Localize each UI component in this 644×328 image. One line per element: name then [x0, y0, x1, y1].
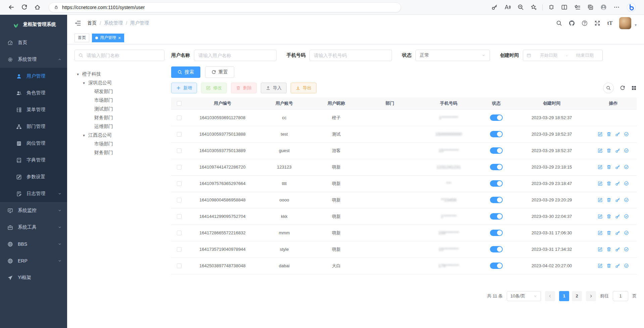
assign-role-icon[interactable]	[624, 165, 629, 170]
tab-close-icon[interactable]: ×	[118, 36, 121, 40]
tree-node[interactable]: 市场部门	[75, 96, 164, 105]
sidebar-item-system-tools[interactable]: 系统工具	[0, 219, 67, 236]
tree-expand-caret[interactable]: ▾	[81, 81, 87, 85]
delete-icon[interactable]	[606, 165, 611, 170]
import-button[interactable]: 导入	[261, 83, 287, 93]
assign-role-icon[interactable]	[624, 263, 629, 268]
status-toggle[interactable]	[490, 164, 503, 170]
edit-icon[interactable]	[598, 181, 603, 186]
browser-home-icon[interactable]	[34, 4, 41, 10]
browser-refresh-icon[interactable]	[21, 4, 28, 10]
edit-icon[interactable]	[598, 263, 603, 268]
status-toggle[interactable]	[490, 180, 503, 187]
edit-icon[interactable]	[598, 230, 603, 235]
address-bar[interactable]: https://ccnetcore.com:1101/system/user	[49, 2, 401, 12]
browser-back-icon[interactable]	[8, 4, 14, 10]
reset-password-icon[interactable]	[615, 181, 620, 186]
reset-password-icon[interactable]	[615, 165, 620, 170]
goto-page-input[interactable]	[613, 291, 628, 301]
fullscreen-icon[interactable]	[594, 20, 600, 26]
github-icon[interactable]	[569, 20, 575, 26]
tree-node[interactable]: 市场部门	[75, 140, 164, 148]
reset-password-icon[interactable]	[615, 247, 620, 252]
sidebar-item-log-management[interactable]: 日志管理	[0, 185, 67, 202]
date-range-picker[interactable]: 开始日期 - 结束日期	[523, 50, 603, 61]
status-toggle[interactable]	[490, 230, 503, 236]
help-icon[interactable]	[582, 20, 588, 26]
favorites-icon[interactable]	[574, 4, 581, 10]
delete-icon[interactable]	[606, 214, 611, 219]
row-checkbox[interactable]	[177, 198, 182, 202]
delete-icon[interactable]	[606, 181, 611, 186]
delete-icon[interactable]	[606, 197, 611, 202]
sidebar-item-post-management[interactable]: 岗位管理	[0, 135, 67, 152]
username-input[interactable]	[194, 50, 277, 61]
sidebar-collapse-icon[interactable]	[75, 20, 81, 27]
page-button-1[interactable]: 1	[559, 291, 569, 301]
row-checkbox[interactable]	[177, 231, 182, 235]
delete-icon[interactable]	[606, 148, 611, 153]
search-button[interactable]: 搜索	[171, 66, 200, 78]
assign-role-icon[interactable]	[624, 230, 629, 235]
tree-expand-caret[interactable]: ▾	[75, 72, 81, 77]
passwords-icon[interactable]	[491, 4, 498, 10]
edit-icon[interactable]	[598, 148, 603, 153]
status-select[interactable]: 正常	[415, 50, 490, 61]
toolbar-columns-icon[interactable]	[631, 85, 637, 91]
assign-role-icon[interactable]	[624, 214, 629, 219]
assign-role-icon[interactable]	[624, 148, 629, 153]
assign-role-icon[interactable]	[624, 247, 629, 252]
row-checkbox[interactable]	[177, 181, 182, 186]
sidebar-item-system-monitor[interactable]: 系统监控	[0, 202, 67, 219]
row-checkbox[interactable]	[177, 214, 182, 219]
tree-node[interactable]: 测试部门	[75, 105, 164, 113]
sidebar-item-param-settings[interactable]: 参数设置	[0, 169, 67, 185]
prev-page-button[interactable]	[545, 291, 555, 301]
font-size-icon[interactable]: tT	[607, 20, 612, 26]
sidebar-item-yi-framework[interactable]: Yi框架	[0, 269, 67, 286]
tree-node[interactable]: 财务部门	[75, 113, 164, 122]
sidebar-item-system-management[interactable]: 系统管理	[0, 51, 67, 68]
split-screen-icon[interactable]	[561, 4, 567, 10]
modify-button[interactable]: 修改	[201, 83, 227, 93]
reset-password-icon[interactable]	[615, 214, 620, 219]
delete-button[interactable]: 删除	[231, 83, 257, 93]
edit-icon[interactable]	[598, 247, 603, 252]
status-toggle[interactable]	[490, 197, 503, 203]
add-button[interactable]: 新增	[171, 83, 197, 93]
read-aloud-icon[interactable]	[504, 4, 511, 10]
select-all-checkbox[interactable]	[177, 101, 182, 106]
assign-role-icon[interactable]	[624, 197, 629, 202]
row-checkbox[interactable]	[177, 264, 182, 268]
browser-settings-icon[interactable]	[613, 4, 620, 10]
reset-password-icon[interactable]	[615, 148, 620, 153]
row-checkbox[interactable]	[177, 115, 182, 120]
sidebar-item-menu-management[interactable]: 菜单管理	[0, 101, 67, 118]
tree-node[interactable]: 研发部门	[75, 87, 164, 96]
user-avatar[interactable]	[619, 17, 631, 29]
tab-用户管理[interactable]: 用户管理×	[92, 34, 124, 42]
status-toggle[interactable]	[490, 213, 503, 220]
row-checkbox[interactable]	[177, 165, 182, 170]
assign-role-icon[interactable]	[624, 181, 629, 186]
status-toggle[interactable]	[490, 131, 503, 137]
tree-node[interactable]: 运维部门	[75, 122, 164, 131]
assign-role-icon[interactable]	[624, 132, 629, 137]
export-button[interactable]: 导出	[291, 83, 316, 93]
tree-node[interactable]: 财务部门	[75, 148, 164, 157]
toolbar-search-button[interactable]	[603, 83, 614, 93]
status-toggle[interactable]	[490, 246, 503, 252]
copilot-icon[interactable]	[627, 3, 636, 12]
edit-icon[interactable]	[598, 197, 603, 202]
page-button-2[interactable]: 2	[572, 291, 582, 301]
row-checkbox[interactable]	[177, 148, 182, 153]
row-checkbox[interactable]	[177, 247, 182, 252]
zoom-indicator-icon[interactable]	[517, 4, 524, 10]
edit-icon[interactable]	[598, 132, 603, 137]
reset-password-icon[interactable]	[615, 197, 620, 202]
toolbar-refresh-icon[interactable]	[620, 85, 625, 91]
edit-icon[interactable]	[598, 165, 603, 170]
tree-node[interactable]: ▾深圳总公司	[75, 79, 164, 87]
delete-icon[interactable]	[606, 230, 611, 235]
page-size-select[interactable]: 10条/页	[507, 291, 541, 301]
